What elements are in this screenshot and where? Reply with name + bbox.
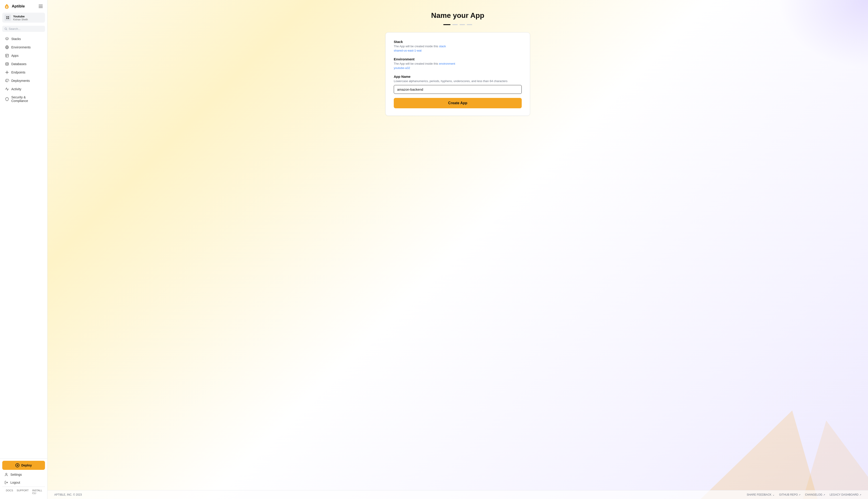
- deploy-label: Deploy: [21, 463, 32, 467]
- sidebar-bottom: + Deploy Settings Logout DOCS SUPPORT IN…: [0, 458, 47, 499]
- external-link-icon: ↗: [798, 494, 801, 496]
- person-icon: [4, 473, 8, 476]
- svg-rect-1: [8, 16, 9, 17]
- progress-dot-1: [443, 24, 450, 25]
- stack-link[interactable]: stack: [439, 45, 446, 48]
- environment-desc-text: The App will be created inside this: [394, 62, 439, 65]
- svg-point-7: [5, 63, 8, 64]
- main-content: Name your App Stack The App will be crea…: [48, 0, 868, 499]
- share-feedback-link[interactable]: SHARE FEEDBACK ⌄: [747, 493, 774, 496]
- sidebar-item-databases[interactable]: Databases: [1, 60, 46, 68]
- org-info: Youtube Kishan Sheth: [13, 15, 28, 21]
- environment-desc: The App will be created inside this envi…: [394, 62, 522, 65]
- sidebar-header: Aptible: [0, 0, 47, 12]
- sidebar-item-label: Security & Compliance: [11, 95, 42, 103]
- sidebar: Aptible Youtube Kishan Sheth: [0, 0, 48, 499]
- org-icon: [4, 14, 11, 21]
- hamburger-button[interactable]: [38, 4, 44, 9]
- external-link-icon: ↗: [859, 494, 861, 496]
- environment-section: Environment The App will be created insi…: [394, 57, 522, 70]
- sidebar-item-apps[interactable]: Apps: [1, 51, 46, 60]
- environment-link[interactable]: environment: [439, 62, 455, 65]
- sidebar-item-activity[interactable]: Activity: [1, 85, 46, 93]
- sidebar-item-logout[interactable]: Logout: [2, 479, 45, 486]
- svg-point-9: [5, 473, 7, 475]
- stack-title: Stack: [394, 40, 522, 44]
- progress-dots: [443, 24, 472, 25]
- layers-icon: [5, 37, 9, 41]
- deploy-button[interactable]: + Deploy: [2, 461, 45, 470]
- search-input-wrap: [2, 26, 45, 32]
- sidebar-item-environments[interactable]: Environments: [1, 43, 46, 51]
- globe-icon: [5, 45, 9, 49]
- external-link-icon: ↗: [823, 494, 825, 496]
- app-name-label: App Name: [394, 75, 522, 78]
- search-container: [0, 25, 47, 34]
- search-icon: [4, 27, 7, 31]
- github-repo-link[interactable]: GITHUB REPO ↗: [779, 493, 801, 496]
- app-name-field: App Name Lowercase alphanumerics, period…: [394, 75, 522, 108]
- changelog-label: CHANGELOG: [805, 493, 822, 496]
- svg-rect-0: [6, 16, 8, 17]
- org-selector[interactable]: Youtube Kishan Sheth: [2, 13, 45, 23]
- sidebar-item-label: Databases: [11, 62, 26, 66]
- sidebar-item-label: Endpoints: [11, 71, 25, 74]
- copyright-text: APTIBLE, INC. © 2023: [54, 493, 82, 496]
- settings-label: Settings: [10, 473, 22, 476]
- svg-rect-6: [5, 54, 9, 57]
- footer-links: SHARE FEEDBACK ⌄ GITHUB REPO ↗ CHANGELOG…: [747, 493, 861, 496]
- endpoints-icon: [5, 70, 9, 74]
- org-user: Kishan Sheth: [13, 18, 28, 21]
- logout-icon: [4, 481, 8, 484]
- environment-title: Environment: [394, 57, 522, 61]
- org-name: Youtube: [13, 15, 28, 18]
- legacy-dashboard-link[interactable]: LEGACY DASHBOARD ↗: [830, 493, 861, 496]
- nav-section: Stacks Environments Apps: [0, 34, 47, 458]
- sidebar-item-deployments[interactable]: Deployments: [1, 77, 46, 85]
- environment-value[interactable]: youtube-a32: [394, 66, 522, 70]
- app-name-hint: Lowercase alphanumerics, periods, hyphen…: [394, 80, 522, 83]
- chevron-down-icon: ⌄: [772, 493, 774, 496]
- sidebar-item-label: Activity: [11, 87, 21, 91]
- sidebar-item-label: Deployments: [11, 79, 30, 83]
- form-card: Stack The App will be created inside thi…: [385, 32, 530, 116]
- create-app-button[interactable]: Create App: [394, 98, 522, 108]
- page-inner: Name your App Stack The App will be crea…: [48, 0, 868, 490]
- app-name-input[interactable]: [394, 85, 522, 94]
- sidebar-item-security[interactable]: Security & Compliance: [1, 93, 46, 105]
- database-icon: [5, 62, 9, 66]
- plus-circle-icon: +: [15, 463, 20, 467]
- svg-rect-3: [8, 18, 9, 19]
- aptible-logo-icon: [4, 3, 10, 10]
- changelog-link[interactable]: CHANGELOG ↗: [805, 493, 825, 496]
- stack-value[interactable]: shared-us-east-1-wat: [394, 49, 522, 52]
- logo-text: Aptible: [12, 4, 25, 9]
- activity-icon: [5, 87, 9, 91]
- svg-rect-2: [6, 18, 8, 19]
- share-feedback-label: SHARE FEEDBACK: [747, 493, 771, 496]
- sidebar-item-label: Apps: [11, 54, 18, 58]
- progress-dot-3: [460, 24, 465, 25]
- stack-section: Stack The App will be created inside thi…: [394, 40, 522, 52]
- progress-dot-2: [452, 24, 458, 25]
- main-footer: APTIBLE, INC. © 2023 SHARE FEEDBACK ⌄ GI…: [48, 490, 868, 499]
- sidebar-item-label: Stacks: [11, 37, 21, 41]
- page-title: Name your App: [431, 11, 484, 20]
- install-cli-link[interactable]: INSTALL CLI: [32, 489, 42, 495]
- sidebar-item-endpoints[interactable]: Endpoints: [1, 68, 46, 76]
- support-link[interactable]: SUPPORT: [17, 489, 29, 495]
- logo-area: Aptible: [4, 3, 25, 10]
- docs-link[interactable]: DOCS: [6, 489, 13, 495]
- stack-desc: The App will be created inside this stac…: [394, 45, 522, 48]
- logout-label: Logout: [10, 481, 20, 484]
- search-input[interactable]: [9, 27, 43, 31]
- sidebar-item-label: Environments: [11, 46, 31, 49]
- github-repo-label: GITHUB REPO: [779, 493, 798, 496]
- sidebar-item-settings[interactable]: Settings: [2, 471, 45, 478]
- cloud-upload-icon: [5, 79, 9, 83]
- progress-dot-4: [467, 24, 472, 25]
- box-icon: [5, 53, 9, 58]
- stack-desc-text: The App will be created inside this: [394, 45, 439, 48]
- sidebar-item-stacks[interactable]: Stacks: [1, 35, 46, 43]
- sidebar-footer: DOCS SUPPORT INSTALL CLI: [2, 487, 45, 497]
